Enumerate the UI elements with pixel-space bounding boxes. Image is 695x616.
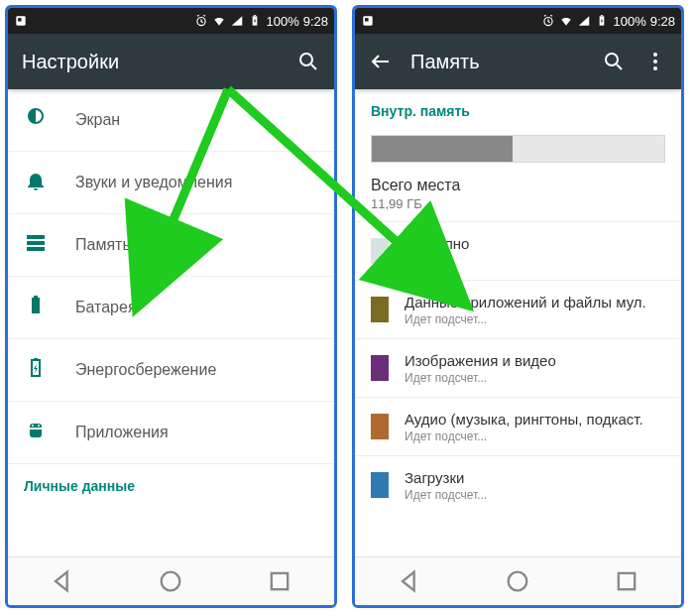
- status-bar: 100% 9:28: [355, 8, 681, 34]
- category-swatch: [371, 414, 389, 439]
- status-bar: 100% 9:28: [8, 8, 334, 34]
- storage-category-row[interactable]: ЗагрузкиИдет подсчет...: [355, 455, 681, 514]
- svg-rect-4: [254, 15, 256, 16]
- svg-rect-27: [619, 573, 635, 589]
- list-item-label: Приложения: [75, 424, 169, 441]
- category-swatch: [371, 238, 389, 264]
- svg-rect-21: [601, 15, 603, 16]
- category-label: Загрузки: [405, 469, 487, 486]
- clock: 9:28: [303, 14, 328, 29]
- svg-point-24: [653, 60, 657, 63]
- category-sub: Идет подсчет...: [405, 430, 643, 443]
- phone-settings: 100% 9:28 Настройки ЭкранЗвуки и уведомл…: [5, 5, 337, 608]
- nav-bar: [355, 556, 681, 605]
- category-label: Аудио (музыка, рингтоны, подкаст.: [405, 411, 643, 428]
- svg-rect-9: [32, 298, 40, 313]
- search-icon[interactable]: [602, 50, 626, 73]
- settings-item-storage[interactable]: Память: [8, 214, 334, 277]
- search-icon[interactable]: [296, 50, 320, 73]
- settings-item-energy[interactable]: Энергосбережение: [8, 339, 334, 402]
- category-swatch: [371, 472, 389, 498]
- page-title: Настройки: [22, 51, 119, 73]
- category-label: Доступно: [405, 235, 469, 252]
- overflow-menu-icon[interactable]: [643, 50, 667, 73]
- category-sub: Идет подсчет...: [405, 312, 646, 326]
- svg-point-25: [653, 66, 657, 70]
- svg-point-5: [300, 54, 312, 65]
- list-item-label: Батарея: [75, 299, 137, 316]
- category-label: Данные приложений и файлы мул.: [405, 294, 646, 310]
- nav-bar: [8, 556, 334, 605]
- svg-point-22: [606, 54, 618, 65]
- category-sub: Идет подсчет...: [405, 371, 556, 385]
- wifi-icon: [212, 14, 226, 28]
- settings-list: ЭкранЗвуки и уведомленияПамятьБатареяЭне…: [8, 89, 334, 557]
- screenshot-icon: [361, 14, 375, 28]
- home-button[interactable]: [157, 567, 184, 595]
- settings-item-battery[interactable]: Батарея: [8, 277, 334, 339]
- screenshot-icon: [14, 14, 28, 28]
- recents-button[interactable]: [613, 567, 640, 595]
- battery-icon: [595, 14, 609, 28]
- category-swatch: [371, 297, 389, 322]
- storage-total: Всего места 11,99 ГБ: [355, 177, 681, 221]
- settings-item-bell[interactable]: Звуки и уведомления: [8, 152, 334, 214]
- storage-category-row[interactable]: Доступно6,63 ГБ: [355, 221, 681, 280]
- category-sub: Идет подсчет...: [405, 488, 487, 502]
- home-button[interactable]: [504, 567, 531, 595]
- list-item-label: Энергосбережение: [75, 361, 216, 379]
- alarm-icon: [541, 14, 555, 28]
- display-icon: [24, 106, 48, 134]
- category-label: Изображения и видео: [405, 352, 556, 369]
- svg-rect-8: [27, 247, 45, 251]
- storage-subheader: Внутр. память: [355, 89, 681, 127]
- category-sub: 6,63 ГБ: [405, 254, 469, 268]
- svg-rect-16: [272, 573, 288, 589]
- svg-point-14: [38, 425, 40, 427]
- svg-rect-6: [27, 235, 45, 239]
- clock: 9:28: [650, 14, 675, 29]
- personal-data-subheader: Личные данные: [8, 464, 334, 502]
- energy-icon: [24, 356, 48, 384]
- appbar-storage: Память: [355, 34, 681, 89]
- storage-usage-bar: [371, 135, 665, 163]
- total-value: 11,99 ГБ: [371, 196, 665, 211]
- category-swatch: [371, 355, 389, 381]
- svg-rect-7: [27, 241, 45, 245]
- settings-item-apps[interactable]: Приложения: [8, 402, 334, 464]
- list-item-label: Звуки и уведомления: [75, 174, 232, 191]
- page-title: Память: [410, 51, 480, 73]
- svg-rect-12: [34, 358, 38, 360]
- svg-point-23: [653, 53, 657, 57]
- appbar-settings: Настройки: [8, 34, 334, 89]
- battery-percent: 100%: [266, 14, 298, 29]
- svg-point-26: [509, 572, 527, 591]
- recents-button[interactable]: [266, 567, 293, 595]
- wifi-icon: [559, 14, 573, 28]
- battery-icon: [248, 14, 262, 28]
- svg-point-15: [162, 572, 180, 591]
- svg-rect-18: [365, 18, 369, 22]
- storage-category-row[interactable]: Данные приложений и файлы мул.Идет подсч…: [355, 280, 681, 338]
- total-label: Всего места: [371, 177, 665, 194]
- signal-icon: [577, 14, 591, 28]
- storage-icon: [24, 231, 48, 259]
- svg-rect-1: [18, 18, 22, 22]
- svg-point-13: [32, 425, 34, 427]
- svg-rect-10: [34, 296, 38, 298]
- back-arrow-icon[interactable]: [369, 50, 393, 73]
- back-button[interactable]: [49, 567, 76, 595]
- back-button[interactable]: [396, 567, 423, 595]
- settings-item-display[interactable]: Экран: [8, 89, 334, 152]
- storage-category-row[interactable]: Аудио (музыка, рингтоны, подкаст.Идет по…: [355, 397, 681, 455]
- battery-percent: 100%: [613, 14, 645, 29]
- bell-icon: [24, 169, 48, 196]
- storage-category-row[interactable]: Изображения и видеоИдет подсчет...: [355, 338, 681, 397]
- list-item-label: Экран: [75, 111, 120, 129]
- signal-icon: [230, 14, 244, 28]
- alarm-icon: [194, 14, 208, 28]
- phone-storage: 100% 9:28 Память Внутр. память Всего мес…: [352, 5, 684, 608]
- apps-icon: [24, 419, 48, 446]
- list-item-label: Память: [75, 236, 131, 254]
- storage-content: Внутр. память Всего места 11,99 ГБ Досту…: [355, 89, 681, 557]
